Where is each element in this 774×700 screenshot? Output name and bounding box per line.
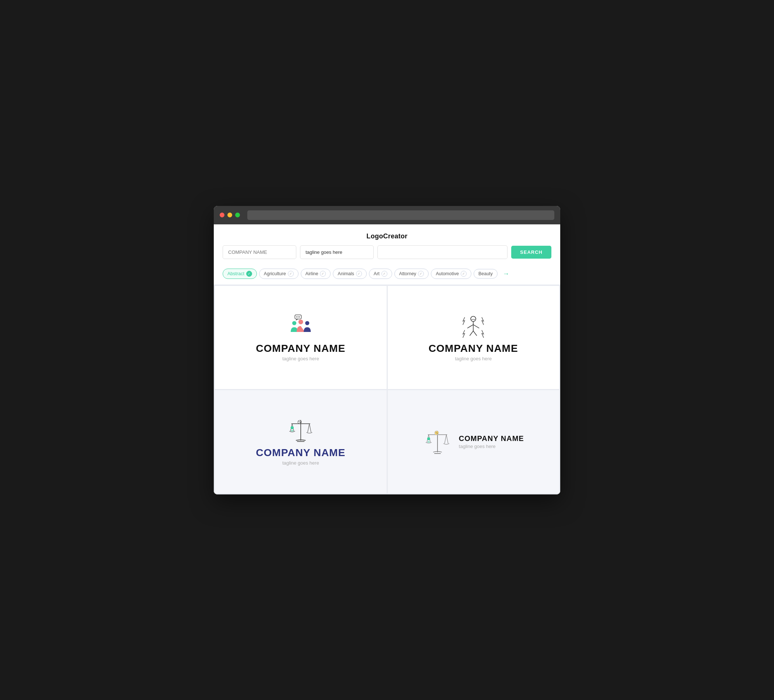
category-beauty-label: Beauty xyxy=(478,271,493,276)
search-bar: SEARCH xyxy=(214,245,560,265)
browser-window: LogoCreator SEARCH Abstract ✓ Agricultur… xyxy=(214,206,560,494)
tagline-input[interactable] xyxy=(300,245,374,259)
logo4-company: COMPANY NAME xyxy=(459,434,524,443)
category-art-label: Art xyxy=(374,271,380,276)
svg-line-14 xyxy=(473,331,476,335)
check-icon-art: ✓ xyxy=(382,271,387,277)
svg-point-9 xyxy=(471,317,476,322)
logo3-company: COMPANY NAME xyxy=(256,447,346,459)
logo2-tagline: tagline goes here xyxy=(455,356,492,362)
app-content: LogoCreator SEARCH Abstract ✓ Agricultur… xyxy=(214,225,560,494)
category-airline[interactable]: Airline ✓ xyxy=(301,269,331,279)
check-icon-attorney: ✓ xyxy=(418,271,424,277)
check-icon-automotive: ✓ xyxy=(461,271,466,277)
svg-line-13 xyxy=(470,331,473,335)
category-agriculture-label: Agriculture xyxy=(264,271,286,276)
category-attorney[interactable]: Attorney ✓ xyxy=(394,269,429,279)
category-attorney-label: Attorney xyxy=(399,271,417,276)
category-beauty[interactable]: Beauty xyxy=(474,269,498,279)
svg-point-7 xyxy=(305,321,309,325)
logo2-company: COMPANY NAME xyxy=(428,343,518,355)
svg-line-32 xyxy=(447,434,448,443)
svg-line-22 xyxy=(309,424,311,432)
app-title: LogoCreator xyxy=(214,225,560,245)
people-icon xyxy=(286,313,316,339)
url-bar[interactable] xyxy=(247,210,554,220)
svg-point-4 xyxy=(299,317,299,317)
logo-card-4[interactable]: COMPANY NAME tagline goes here xyxy=(388,390,559,493)
category-automotive[interactable]: Automotive ✓ xyxy=(431,269,471,279)
logo1-company: COMPANY NAME xyxy=(256,343,346,355)
category-automotive-label: Automotive xyxy=(436,271,459,276)
logo1-tagline: tagline goes here xyxy=(282,356,319,362)
svg-point-2 xyxy=(296,317,297,317)
logo-grid: COMPANY NAME tagline goes here xyxy=(214,285,560,494)
check-icon-abstract: ✓ xyxy=(246,271,252,277)
category-abstract[interactable]: Abstract ✓ xyxy=(223,269,257,279)
keywords-input[interactable] xyxy=(377,245,508,259)
svg-line-12 xyxy=(473,325,479,328)
category-animals[interactable]: Animals ✓ xyxy=(333,269,366,279)
svg-point-3 xyxy=(298,317,298,317)
category-bar: Abstract ✓ Agriculture ✓ Airline ✓ Anima… xyxy=(214,265,560,285)
search-button[interactable]: SEARCH xyxy=(511,246,551,259)
category-animals-label: Animals xyxy=(337,271,354,276)
logo4-text: COMPANY NAME tagline goes here xyxy=(459,434,524,449)
logo3-tagline: tagline goes here xyxy=(282,460,319,466)
maximize-dot[interactable] xyxy=(235,213,240,217)
check-icon-agriculture: ✓ xyxy=(288,271,294,277)
inline-logo: COMPANY NAME tagline goes here xyxy=(423,427,524,456)
check-icon-airline: ✓ xyxy=(320,271,326,277)
electric-person-icon xyxy=(458,313,488,339)
close-dot[interactable] xyxy=(220,213,225,217)
svg-point-5 xyxy=(292,321,296,325)
logo-card-3[interactable]: COMPANY NAME tagline goes here xyxy=(215,390,387,493)
browser-titlebar xyxy=(214,206,560,225)
svg-point-30 xyxy=(427,438,430,440)
svg-line-11 xyxy=(468,325,474,328)
category-abstract-label: Abstract xyxy=(227,271,244,276)
svg-point-20 xyxy=(291,426,294,429)
logo-card-2[interactable]: COMPANY NAME tagline goes here xyxy=(388,286,559,389)
company-name-input[interactable] xyxy=(223,245,296,259)
svg-line-31 xyxy=(445,434,447,443)
check-icon-animals: ✓ xyxy=(356,271,362,277)
category-art[interactable]: Art ✓ xyxy=(369,269,392,279)
minimize-dot[interactable] xyxy=(227,213,232,217)
category-agriculture[interactable]: Agriculture ✓ xyxy=(259,269,299,279)
svg-point-6 xyxy=(298,319,303,324)
logo-card-1[interactable]: COMPANY NAME tagline goes here xyxy=(215,286,387,389)
category-airline-label: Airline xyxy=(306,271,318,276)
category-next-button[interactable]: → xyxy=(500,269,512,279)
svg-line-21 xyxy=(308,424,309,432)
scales-inline-icon xyxy=(423,427,452,456)
logo4-tagline: tagline goes here xyxy=(459,444,524,449)
scales-icon xyxy=(286,418,316,443)
svg-marker-1 xyxy=(296,319,298,321)
